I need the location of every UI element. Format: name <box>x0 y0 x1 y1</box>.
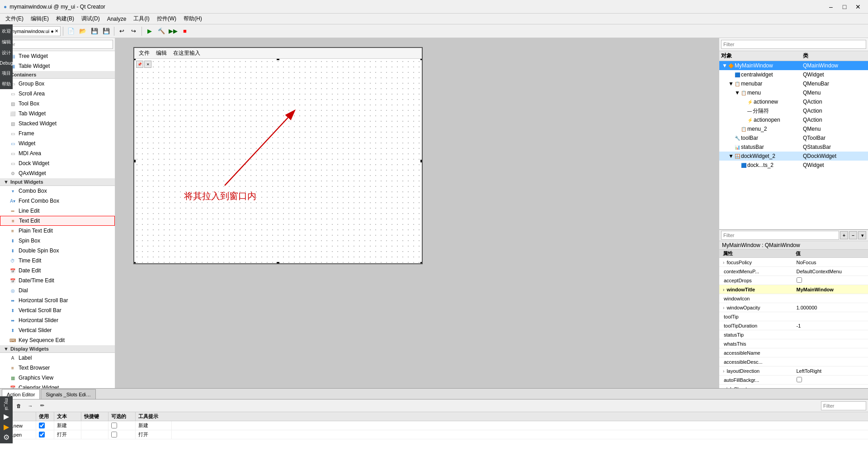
object-filter-input[interactable] <box>721 40 866 49</box>
undo-btn[interactable]: ↩ <box>117 26 127 37</box>
open-file-btn[interactable]: 📂 <box>77 26 88 37</box>
build-btn[interactable]: 🔨 <box>156 26 167 37</box>
action-filter-input[interactable] <box>821 401 866 410</box>
widget-item-vertical-slider[interactable]: ⬍Vertical Slider <box>0 325 115 335</box>
prop-row-layoutdirection[interactable]: › layoutDirection LeftToRight <box>719 366 868 376</box>
widget-item-combo-box[interactable]: ▾Combo Box <box>0 186 115 196</box>
widget-item-line-edit[interactable]: ═Line Edit <box>0 206 115 216</box>
menu-item-b[interactable]: 构建(B) <box>52 14 78 24</box>
tree-expand-icon[interactable]: ▼ <box>722 62 727 69</box>
debug-icon[interactable]: ▶ <box>4 423 9 431</box>
widget-item-date-edit[interactable]: 📅Date Edit <box>0 266 115 276</box>
goto-slot-btn[interactable]: → <box>25 401 35 411</box>
maximize-button[interactable]: □ <box>838 2 851 11</box>
prop-filter-input[interactable] <box>721 231 839 240</box>
widget-item-group-box[interactable]: ▭Group Box <box>0 79 115 89</box>
tree-expand-icon[interactable]: ▼ <box>728 81 734 87</box>
action-use-checkbox[interactable] <box>39 423 45 428</box>
canvas-close-btn[interactable]: ✕ <box>144 61 151 68</box>
sidebar-help[interactable]: 帮助 <box>1 79 12 89</box>
resize-handle-ml[interactable] <box>134 160 136 162</box>
canvas-menu-edit[interactable]: 编辑 <box>153 48 170 58</box>
widget-item-tool-box[interactable]: ▨Tool Box <box>0 99 115 109</box>
edit-action-btn[interactable]: ✏ <box>37 401 47 411</box>
widget-item-table-widget[interactable]: ▦Table Widget <box>0 61 115 71</box>
prop-row-accessiblename[interactable]: accessibleName <box>719 348 868 357</box>
prop-row-whatsthis[interactable]: whatsThis <box>719 339 868 348</box>
canvas-menu-file[interactable]: 文件 <box>136 48 152 58</box>
menu-item-d[interactable]: 调试(D) <box>78 14 104 24</box>
widget-item-dial[interactable]: ◎Dial <box>0 285 115 295</box>
sidebar-edit[interactable]: 编辑 <box>1 37 12 47</box>
resize-handle-tr[interactable] <box>420 59 422 60</box>
tree-expand-icon[interactable]: ▼ <box>728 153 734 159</box>
prop-value[interactable]: MyMainWindow <box>795 287 868 292</box>
prop-value[interactable]: 1.000000 <box>795 305 868 310</box>
widget-item-tab-widget[interactable]: ⬜Tab Widget <box>0 109 115 119</box>
prop-row-contextmenup---[interactable]: contextMenuP... DefaultContextMenu <box>719 267 868 276</box>
save-btn[interactable]: 💾 <box>89 26 100 37</box>
action-checkable-checkbox[interactable] <box>111 432 117 437</box>
tree-row-menubar[interactable]: ▼ 📋 menubar QMenuBar <box>719 79 868 88</box>
action-checkable-checkbox[interactable] <box>111 423 117 428</box>
prop-row-accessibledesc---[interactable]: accessibleDesc... <box>719 357 868 366</box>
action-row-1[interactable]: act...pen打开打开 <box>0 430 868 439</box>
prop-row-windowtitle[interactable]: › windowTitle MyMainWindow <box>719 285 868 294</box>
resize-handle-br[interactable] <box>420 262 422 263</box>
widget-item-dock-widget[interactable]: ▭Dock Widget <box>0 158 115 168</box>
resize-handle-bm[interactable] <box>277 262 279 263</box>
save-all-btn[interactable]: 💾 <box>101 26 112 37</box>
tree-row-dock---ts-2[interactable]: 🟦 dock...ts_2 QWidget <box>719 161 868 170</box>
prop-remove-btn[interactable]: – <box>849 231 857 239</box>
widget-item-spin-box[interactable]: ⬍Spin Box <box>0 236 115 246</box>
prop-value[interactable]: DefaultContextMenu <box>795 269 868 274</box>
sidebar-my-ui[interactable]: my_ui <box>4 398 9 410</box>
widget-item-mdi-area[interactable]: ▭MDI Area <box>0 148 115 158</box>
menu-item-e[interactable]: 文件(E) <box>2 14 27 24</box>
resize-handle-mr[interactable] <box>420 160 422 162</box>
debug-btn[interactable]: ▶ <box>144 26 155 37</box>
widget-item-plain-text-edit[interactable]: ≡Plain Text Edit <box>0 226 115 236</box>
sidebar-debug[interactable]: Debug <box>0 59 14 67</box>
tab-close-btn[interactable]: ✕ <box>55 29 58 33</box>
widget-item-horizontal-slider[interactable]: ⬌Horizontal Slider <box>0 315 115 325</box>
menu-item-h[interactable]: 帮助(H) <box>180 14 206 24</box>
widget-item-text-edit[interactable]: ≡Text Edit <box>0 216 115 226</box>
action-use-checkbox[interactable] <box>39 432 45 437</box>
resize-handle-tl[interactable] <box>134 59 136 60</box>
run-btn[interactable]: ▶▶ <box>168 26 179 37</box>
tab-filename[interactable]: mymainwindow.ui ● <box>10 29 54 34</box>
tree-row-dockwidget-2[interactable]: ▼ 🪟 dockWidget_2 QDockWidget <box>719 152 868 161</box>
tree-row-actionopen[interactable]: ⚡ actionopen QAction <box>719 115 868 124</box>
widget-item-widget[interactable]: ▭Widget <box>0 138 115 148</box>
canvas-content[interactable]: 📌 ✕ 将其拉入到窗口内 <box>134 59 422 263</box>
prop-row-windowopacity[interactable]: › windowOpacity 1.000000 <box>719 303 868 312</box>
prop-value[interactable]: NoFocus <box>795 260 868 265</box>
resize-handle-bl[interactable] <box>134 262 136 263</box>
tree-row-actionnew[interactable]: ⚡ actionnew QAction <box>719 97 868 106</box>
menu-item-w[interactable]: 控件(W) <box>153 14 180 24</box>
menu-item-analyze[interactable]: Analyze <box>104 15 130 23</box>
widget-item-frame[interactable]: ▭Frame <box>0 128 115 138</box>
prop-checkbox-autoFillBackgr...[interactable] <box>797 377 802 382</box>
sidebar-welcome[interactable]: 欢迎 <box>1 26 12 36</box>
tree-row-toolbar[interactable]: 🔧 toolBar QToolBar <box>719 133 868 143</box>
widget-item-tree-widget[interactable]: ▤Tree Widget <box>0 51 115 61</box>
prop-row-windowicon[interactable]: windowIcon <box>719 294 868 303</box>
widget-item-vertical-scroll-bar[interactable]: ⬍Vertical Scroll Bar <box>0 305 115 315</box>
prop-row-autofillbackgr---[interactable]: autoFillBackgr... <box>719 376 868 385</box>
resize-handle-tm[interactable] <box>277 59 279 60</box>
widget-item-text-browser[interactable]: ≡Text Browser <box>0 363 115 373</box>
prop-value[interactable]: -1 <box>795 323 868 328</box>
prop-checkbox-acceptDrops[interactable] <box>797 277 802 283</box>
tree-row-mymainwindow[interactable]: ▼ 🔶 MyMainWindow QMainWindow <box>719 61 868 70</box>
action-row-0[interactable]: act...new新建新建 <box>0 421 868 430</box>
redo-btn[interactable]: ↪ <box>128 26 139 37</box>
prop-menu-btn[interactable]: ▾ <box>858 231 866 239</box>
prop-row-tooltipduration[interactable]: toolTipDuration -1 <box>719 321 868 330</box>
new-file-btn[interactable]: 📄 <box>66 26 76 37</box>
prop-row-tooltip[interactable]: toolTip <box>719 312 868 321</box>
widget-item-calendar-widget[interactable]: 📅Calendar Widget <box>0 383 115 388</box>
widget-item-qaxwidget[interactable]: ⚙QAxWidget <box>0 168 115 178</box>
widget-item-time-edit[interactable]: ⏱Time Edit <box>0 256 115 266</box>
